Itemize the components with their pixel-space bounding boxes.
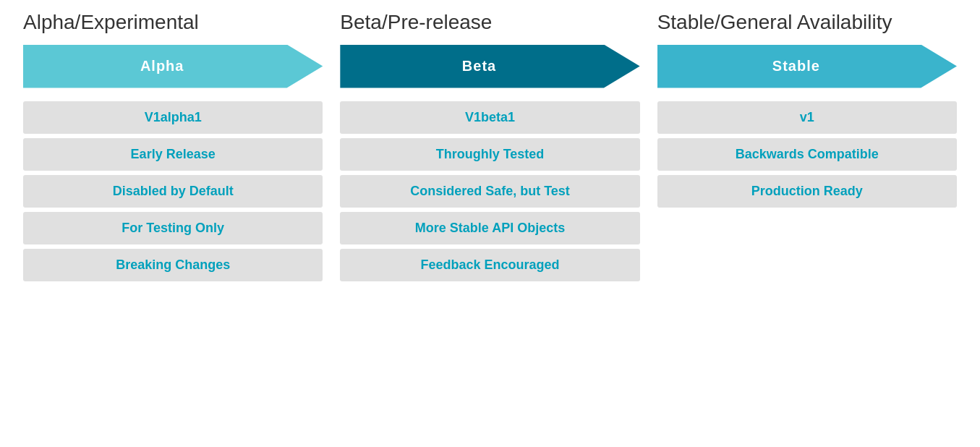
alpha-arrow-label: Alpha bbox=[140, 58, 206, 74]
stable-arrow-container: Stable bbox=[657, 41, 957, 93]
column-beta: Beta/Pre-releaseBetaV1beta1Throughly Tes… bbox=[331, 7, 648, 440]
stable-arrow: Stable bbox=[657, 45, 957, 88]
alpha-item-text-3: For Testing Only bbox=[122, 221, 224, 235]
beta-arrow-container: Beta bbox=[340, 41, 639, 93]
beta-items-list: V1beta1Throughly TestedConsidered Safe, … bbox=[340, 101, 639, 281]
beta-item-3: More Stable API Objects bbox=[340, 212, 639, 244]
stable-item-0: v1 bbox=[657, 101, 957, 134]
beta-item-2: Considered Safe, but Test bbox=[340, 175, 639, 208]
beta-title: Beta/Pre-release bbox=[340, 7, 639, 35]
page: Alpha/ExperimentalAlphaV1alpha1Early Rel… bbox=[0, 0, 980, 447]
beta-item-text-0: V1beta1 bbox=[465, 110, 515, 124]
alpha-title: Alpha/Experimental bbox=[23, 7, 323, 35]
stable-title: Stable/General Availability bbox=[657, 7, 957, 35]
beta-arrow-label: Beta bbox=[462, 58, 518, 74]
beta-item-0: V1beta1 bbox=[340, 101, 639, 134]
column-stable: Stable/General AvailabilityStablev1Backw… bbox=[649, 7, 966, 440]
alpha-items-list: V1alpha1Early ReleaseDisabled by Default… bbox=[23, 101, 323, 281]
beta-item-text-2: Considered Safe, but Test bbox=[410, 184, 570, 198]
alpha-item-text-2: Disabled by Default bbox=[113, 184, 234, 198]
beta-item-4: Feedback Encouraged bbox=[340, 249, 639, 281]
alpha-item-0: V1alpha1 bbox=[23, 101, 323, 134]
alpha-item-text-1: Early Release bbox=[131, 147, 216, 161]
alpha-item-text-0: V1alpha1 bbox=[145, 110, 202, 124]
beta-item-1: Throughly Tested bbox=[340, 138, 639, 171]
alpha-arrow: Alpha bbox=[23, 45, 323, 88]
beta-item-text-3: More Stable API Objects bbox=[415, 221, 565, 235]
stable-item-text-1: Backwards Compatible bbox=[736, 147, 879, 161]
stable-items-list: v1Backwards CompatibleProduction Ready bbox=[657, 101, 957, 208]
alpha-item-1: Early Release bbox=[23, 138, 323, 171]
alpha-item-3: For Testing Only bbox=[23, 212, 323, 244]
beta-arrow: Beta bbox=[340, 45, 639, 88]
alpha-item-2: Disabled by Default bbox=[23, 175, 323, 208]
alpha-item-text-4: Breaking Changes bbox=[116, 257, 230, 272]
stable-item-text-2: Production Ready bbox=[751, 184, 863, 198]
beta-item-text-1: Throughly Tested bbox=[436, 147, 545, 161]
column-alpha: Alpha/ExperimentalAlphaV1alpha1Early Rel… bbox=[14, 7, 331, 440]
beta-item-text-4: Feedback Encouraged bbox=[420, 257, 559, 272]
stable-item-2: Production Ready bbox=[657, 175, 957, 208]
alpha-item-4: Breaking Changes bbox=[23, 249, 323, 281]
stable-item-text-0: v1 bbox=[800, 110, 814, 124]
stable-arrow-label: Stable bbox=[772, 58, 842, 74]
alpha-arrow-container: Alpha bbox=[23, 41, 323, 93]
stable-item-1: Backwards Compatible bbox=[657, 138, 957, 171]
